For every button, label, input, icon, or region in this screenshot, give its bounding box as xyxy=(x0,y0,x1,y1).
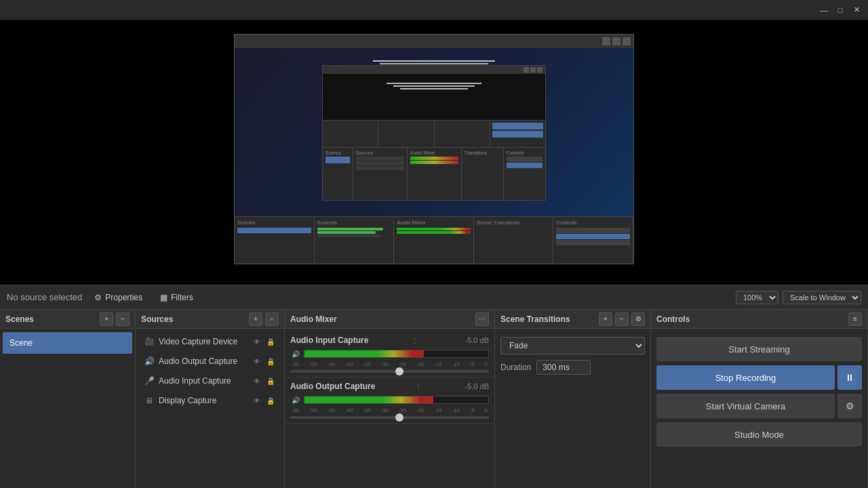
start-virtual-camera-button[interactable]: Start Virtual Camera xyxy=(656,394,835,418)
close-button[interactable]: ✕ xyxy=(850,4,863,16)
scenes-title: Scenes xyxy=(5,314,34,324)
audio-input-volume-handle[interactable] xyxy=(395,367,403,375)
nested-close[interactable] xyxy=(623,37,631,45)
scenes-header: Scenes + − xyxy=(0,310,135,329)
source-actions-audio-input: 👁 🔒 xyxy=(252,375,276,386)
source-item-video-capture[interactable]: 🎥 Video Capture Device 👁 🔒 xyxy=(138,332,281,351)
source-lock-btn-video[interactable]: 🔒 xyxy=(265,336,276,347)
nested-content: Scenes Sources Audio Mixer xyxy=(235,48,633,264)
audio-output-name: Audio Output Capture xyxy=(290,382,375,391)
transition-type-select[interactable]: Fade Cut Swipe Slide xyxy=(500,337,645,354)
audio-input-actions: ⋮ xyxy=(412,337,418,344)
audio-output-volume-handle[interactable] xyxy=(395,413,403,422)
nested-sources-panel: Sources xyxy=(315,217,395,264)
audio-mixer-menu-button[interactable]: ⋯ xyxy=(475,312,489,326)
scene-label: Scene xyxy=(9,338,33,348)
source-eye-btn-video[interactable]: 👁 xyxy=(252,336,262,347)
audio-track-output: Audio Output Capture ⋮ -5.0 dB 🔊 -60 xyxy=(285,378,494,424)
preview-area: Scenes Sources Audio Mixer xyxy=(0,20,868,285)
nested-panels: Scenes Sources Audio Mixer Scene Transit… xyxy=(235,216,633,264)
nested-audio-panel: Audio Mixer xyxy=(394,217,474,264)
sources-panel: Sources + − 🎥 Video Capture Device 👁 🔒 � xyxy=(136,310,285,488)
scene-item-scene[interactable]: Scene xyxy=(3,332,132,354)
no-source-label: No source selected xyxy=(7,292,82,302)
sources-add-button[interactable]: + xyxy=(249,312,262,326)
stop-recording-button[interactable]: Stop Recording xyxy=(656,365,835,390)
zoom-select[interactable]: 100% 75% 50% xyxy=(736,291,778,304)
transitions-remove-button[interactable]: − xyxy=(615,312,629,326)
audio-input-ticks: -60 -50 -45 -40 -35 -30 -25 -20 -15 -10 … xyxy=(290,361,489,367)
audio-output-meter xyxy=(304,396,489,404)
audio-input-meter-container: 🔊 xyxy=(290,348,489,360)
scenes-actions: + − xyxy=(100,312,130,326)
source-item-audio-output[interactable]: 🔊 Audio Output Capture 👁 🔒 xyxy=(138,352,281,371)
audio-output-volume-slider[interactable] xyxy=(290,416,489,419)
source-actions-display: 👁 🔒 xyxy=(252,395,276,406)
transitions-inner: Fade Cut Swipe Slide Duration xyxy=(495,331,650,380)
source-eye-btn-audio-input[interactable]: 👁 xyxy=(252,375,262,386)
title-bar: — □ ✕ xyxy=(0,0,868,20)
audio-mixer-header: Audio Mixer ⋯ xyxy=(285,310,494,329)
scale-select[interactable]: Scale to Window Fit to Window xyxy=(783,291,861,304)
source-eye-btn-display[interactable]: 👁 xyxy=(252,395,262,406)
scene-transitions-panel: Scene Transitions + − ⚙ Fade Cut Swipe S… xyxy=(495,310,651,488)
duration-input[interactable] xyxy=(536,360,591,375)
duration-row: Duration xyxy=(500,360,645,375)
nested-minimize[interactable] xyxy=(602,37,610,45)
audio-mixer-panel: Audio Mixer ⋯ Audio Input Capture ⋮ -5.0… xyxy=(285,310,495,488)
scenes-add-button[interactable]: + xyxy=(100,312,113,326)
controls-header: Controls ≡ xyxy=(651,310,867,329)
audio-mixer-actions: ⋯ xyxy=(475,312,489,326)
sources-header: Sources + − xyxy=(136,310,284,329)
source-lock-btn-display[interactable]: 🔒 xyxy=(265,395,276,406)
audio-output-actions: ⋮ xyxy=(415,383,422,390)
audio-input-mute-icon[interactable]: 🔊 xyxy=(290,350,301,358)
virtual-camera-row: Start Virtual Camera ⚙ xyxy=(656,394,862,418)
audio-output-meter-container: 🔊 xyxy=(290,394,489,406)
audio-output-mute-icon[interactable]: 🔊 xyxy=(290,396,301,404)
filters-button[interactable]: ▦ Filters xyxy=(155,291,199,304)
duration-label: Duration xyxy=(500,363,531,372)
source-label-audio-output: Audio Output Capture xyxy=(159,357,248,366)
minimize-button[interactable]: — xyxy=(818,4,830,16)
audio-track-input: Audio Input Capture ⋮ -5.0 dB 🔊 -60 xyxy=(285,331,494,378)
audio-input-icon: 🎤 xyxy=(144,376,155,386)
source-item-display-capture[interactable]: 🖥 Display Capture 👁 🔒 xyxy=(138,391,281,410)
nested-obs-window: Scenes Sources Audio Mixer xyxy=(234,34,634,264)
sources-content: 🎥 Video Capture Device 👁 🔒 🔊 Audio Outpu… xyxy=(136,329,284,488)
audio-input-name: Audio Input Capture xyxy=(290,336,368,345)
source-lock-btn-audio-input[interactable]: 🔒 xyxy=(265,375,276,386)
start-streaming-button[interactable]: Start Streaming xyxy=(656,337,862,361)
maximize-button[interactable]: □ xyxy=(834,4,846,16)
transitions-add-button[interactable]: + xyxy=(599,312,612,326)
audio-output-more-btn[interactable]: ⋮ xyxy=(415,383,422,390)
nested-maximize[interactable] xyxy=(612,37,620,45)
nested-scenes-panel: Scenes xyxy=(235,217,315,264)
virtual-camera-settings-button[interactable]: ⚙ xyxy=(837,394,862,418)
source-eye-btn-audio-output[interactable]: 👁 xyxy=(252,356,262,367)
controls-panel: Controls ≡ Start Streaming Stop Recordin… xyxy=(651,310,868,488)
sources-title: Sources xyxy=(141,314,173,324)
audio-output-db: -5.0 dB xyxy=(465,382,489,390)
source-actions-video: 👁 🔒 xyxy=(252,336,276,347)
controls-menu-button[interactable]: ≡ xyxy=(848,312,862,326)
pause-recording-button[interactable]: ⏸ xyxy=(837,365,862,390)
transitions-header: Scene Transitions + − ⚙ xyxy=(495,310,650,329)
filters-icon: ▦ xyxy=(160,293,167,302)
controls-title: Controls xyxy=(656,314,690,324)
properties-button[interactable]: ⚙ Properties xyxy=(89,291,148,304)
source-lock-btn-audio-output[interactable]: 🔒 xyxy=(265,356,276,367)
studio-mode-button[interactable]: Studio Mode xyxy=(656,422,862,447)
sources-remove-button[interactable]: − xyxy=(265,312,279,326)
display-capture-icon: 🖥 xyxy=(144,396,155,405)
video-capture-icon: 🎥 xyxy=(144,337,155,346)
audio-input-more-btn[interactable]: ⋮ xyxy=(412,337,418,344)
source-item-audio-input[interactable]: 🎤 Audio Input Capture 👁 🔒 xyxy=(138,371,281,390)
deep-nested-obs: Scenes Sources Audio Mixer xyxy=(322,65,546,201)
source-label-display: Display Capture xyxy=(159,396,248,405)
scenes-remove-button[interactable]: − xyxy=(116,312,130,326)
transitions-more-button[interactable]: ⚙ xyxy=(631,312,645,326)
audio-input-meter xyxy=(304,350,489,358)
properties-icon: ⚙ xyxy=(94,293,102,302)
audio-input-volume-slider[interactable] xyxy=(290,370,489,373)
